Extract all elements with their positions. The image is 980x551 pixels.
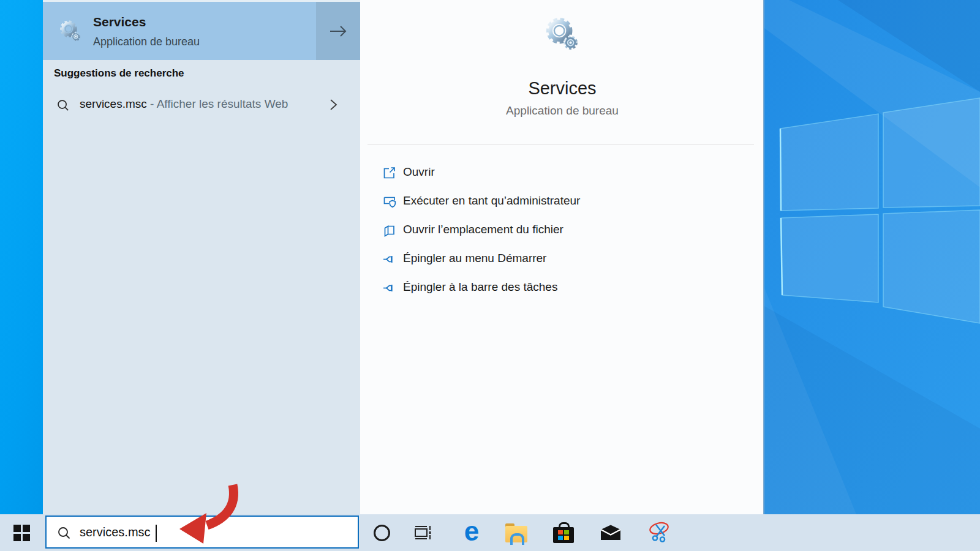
- start-button[interactable]: [11, 522, 32, 543]
- search-icon: [56, 99, 70, 113]
- result-item-services[interactable]: Services Application de bureau: [43, 2, 360, 60]
- chevron-right-icon: [326, 98, 340, 111]
- text-caret: [156, 525, 157, 542]
- run-as-admin-icon: [382, 195, 396, 209]
- file-explorer-icon: [505, 523, 527, 542]
- action-label: Ouvrir l’emplacement du fichier: [403, 223, 564, 236]
- services-gears-icon: [58, 19, 83, 43]
- file-location-icon: [382, 223, 396, 238]
- search-flyout-panel: Services Application de bureau Suggestio…: [43, 0, 764, 514]
- action-open-file-location[interactable]: Ouvrir l’emplacement du fichier: [360, 216, 764, 245]
- right-arrow-icon: [328, 23, 349, 39]
- divider: [368, 144, 754, 145]
- taskbar: e: [0, 514, 980, 551]
- action-label: Exécuter en tant qu’administrateur: [403, 194, 580, 208]
- wallpaper-windows-logo-art: [764, 0, 980, 514]
- suggestion-text: services.msc - Afficher les résultats We…: [80, 97, 288, 111]
- annotation-red-arrow: [172, 481, 246, 550]
- file-explorer-button[interactable]: [502, 518, 531, 547]
- mail-button[interactable]: [596, 518, 625, 547]
- result-title: Services: [93, 15, 146, 29]
- action-label: Épingler au menu Démarrer: [403, 252, 546, 265]
- pin-icon: [382, 281, 396, 295]
- task-view-button[interactable]: [408, 518, 437, 547]
- app-subtitle: Application de bureau: [360, 104, 764, 118]
- cortana-icon: [374, 525, 390, 541]
- desktop-wallpaper-strip: [0, 0, 43, 514]
- action-run-as-admin[interactable]: Exécuter en tant qu’administrateur: [360, 187, 764, 216]
- store-icon: [553, 522, 574, 543]
- suggestion-query: services.msc: [80, 97, 147, 110]
- edge-button[interactable]: e: [457, 518, 486, 547]
- result-subtitle: Application de bureau: [93, 36, 200, 48]
- suggestion-item[interactable]: services.msc - Afficher les résultats We…: [43, 89, 360, 121]
- cortana-button[interactable]: [367, 518, 396, 547]
- windows-logo-icon: [13, 525, 30, 541]
- result-detail-panel: Services Application de bureau Ouvrir Ex…: [360, 0, 764, 514]
- desktop-screen: Services Application de bureau Suggestio…: [0, 0, 980, 551]
- store-button[interactable]: [549, 518, 578, 547]
- action-pin-to-taskbar[interactable]: Épingler à la barre des tâches: [360, 274, 764, 302]
- pin-icon: [382, 252, 396, 266]
- mail-icon: [600, 524, 622, 541]
- search-results-list: Services Application de bureau Suggestio…: [43, 0, 360, 514]
- snipping-tool-button[interactable]: [645, 518, 674, 547]
- expand-result-button[interactable]: [316, 2, 360, 60]
- open-icon: [382, 166, 396, 180]
- edge-icon: e: [464, 518, 479, 545]
- action-label: Ouvrir: [403, 165, 435, 179]
- action-label: Épingler à la barre des tâches: [403, 280, 557, 294]
- snipping-tool-icon: [647, 521, 672, 544]
- suggestions-header: Suggestions de recherche: [54, 67, 184, 80]
- action-open[interactable]: Ouvrir: [360, 159, 764, 187]
- services-gears-icon: [543, 15, 581, 53]
- search-icon: [57, 526, 72, 541]
- panel-edge-shadow: [763, 0, 764, 514]
- app-title: Services: [360, 78, 764, 99]
- task-view-icon: [413, 524, 432, 541]
- action-pin-to-start[interactable]: Épingler au menu Démarrer: [360, 245, 764, 274]
